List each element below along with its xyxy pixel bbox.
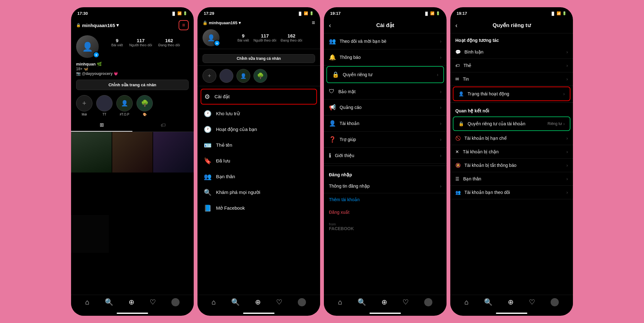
status-bar-3: 19:17 ▐▌ 📶 🔋: [324, 7, 447, 18]
chevron-help: ›: [440, 137, 441, 142]
back-button-3[interactable]: ‹: [329, 22, 331, 29]
nav-home-4[interactable]: ⌂: [464, 298, 469, 306]
edit-profile-button[interactable]: Chỉnh sửa trang cá nhân: [76, 80, 189, 90]
nav-search[interactable]: 🔍: [105, 298, 113, 306]
profile-username[interactable]: 🔒 minhquaan165 ▾: [76, 22, 119, 28]
settings-account[interactable]: 👤 Tài khoản ›: [324, 116, 447, 132]
settings-follow[interactable]: 👥 Theo dõi và mời bạn bè ›: [324, 33, 447, 49]
back-button-4[interactable]: ‹: [455, 22, 458, 29]
privacy-activity-status[interactable]: 👤 Trạng thái hoạt động ›: [453, 87, 570, 101]
nav-profile-2[interactable]: [298, 298, 306, 306]
story-top-p2[interactable]: 👤: [236, 69, 250, 83]
menu-button[interactable]: ≡: [179, 20, 189, 30]
chevron-restricted: ›: [566, 136, 568, 141]
nav-profile-4[interactable]: [551, 298, 559, 306]
menu-item-settings[interactable]: ⚙ Cài đặt: [201, 89, 317, 105]
privacy-muted[interactable]: 🔕 Tài khoản bị tắt thông báo ›: [450, 159, 573, 172]
privacy-comments[interactable]: 💬 Bình luận ›: [450, 45, 573, 59]
nav-search-3[interactable]: 🔍: [358, 298, 366, 306]
activity-status-left: 👤 Trạng thái hoạt động: [458, 91, 509, 96]
phone-1: 17:30 ▐▌ 📶 🔋 🔒 minhquaan165 ▾ ≡ 👤 +: [71, 7, 194, 316]
follow-icon: 👥: [329, 38, 336, 45]
tab-tag[interactable]: 🏷: [132, 119, 194, 132]
settings-help[interactable]: ❓ Trợ giúp ›: [324, 132, 447, 148]
privacy-tags[interactable]: 🏷 Thẻ ›: [450, 59, 573, 72]
story-tt[interactable]: TT: [96, 95, 113, 116]
nav-search-4[interactable]: 🔍: [484, 298, 492, 306]
comments-label: Bình luận: [464, 49, 483, 54]
privacy-account-privacy[interactable]: 🔒 Quyền riêng tư của tài khoản Riêng tư …: [453, 116, 570, 131]
new-story[interactable]: + Mới: [76, 95, 92, 116]
menu-item-facebook[interactable]: 📘 Mở Facebook: [197, 200, 320, 216]
story-top-label: #T.O.P: [120, 113, 130, 116]
dropdown-icon: ▾: [116, 22, 119, 28]
phone-4: 19:17 ▐▌ 📶 🔋 ‹ Quyền riêng tư Hoạt động …: [450, 7, 573, 316]
nav-heart-3[interactable]: ♡: [402, 298, 409, 306]
story-top[interactable]: 👤 #T.O.P: [116, 95, 133, 116]
nav-home-2[interactable]: ⌂: [212, 298, 216, 306]
settings-about[interactable]: ℹ Giới thiệu ›: [324, 148, 447, 164]
lock-icon: 🔒: [76, 23, 81, 27]
new-story-circle: +: [76, 95, 92, 111]
discover-label: Khám phá mọi người: [216, 190, 260, 195]
home-indicator-4: [496, 313, 527, 314]
privacy-messages[interactable]: ✉ Tin ›: [450, 72, 573, 86]
privacy-close-friends[interactable]: ☰ Bạn thân ›: [450, 172, 573, 186]
story-new-p2[interactable]: +: [203, 69, 216, 83]
profile-stats: 👤 + 9 Bài viết 117 Người theo dõi 162 Đa…: [71, 33, 194, 60]
close-friends-icon: 👥: [204, 173, 212, 180]
settings-ads[interactable]: 📢 Quảng cáo ›: [324, 99, 447, 116]
edit-btn-p2[interactable]: Chỉnh sửa trang cá nhân: [203, 54, 315, 63]
add-account-btn[interactable]: Thêm tài khoản: [324, 193, 447, 206]
privacy-blocked[interactable]: ✕ Tài khoản bị chặn ›: [450, 145, 573, 159]
hamburger-p2[interactable]: ≡: [312, 20, 315, 26]
menu-item-nametag[interactable]: 🪪 Thẻ tên: [197, 137, 320, 153]
logout-btn[interactable]: Đăng xuất: [324, 206, 447, 218]
comments-icon: 💬: [455, 49, 461, 54]
nav-heart[interactable]: ♡: [150, 298, 156, 306]
nav-heart-2[interactable]: ♡: [276, 298, 282, 306]
add-story-button[interactable]: +: [93, 52, 99, 58]
username-label: minhquaan165: [82, 23, 115, 28]
settings-security[interactable]: 🛡 Bảo mật ›: [324, 84, 447, 99]
nav-add-2[interactable]: ⊕: [255, 298, 261, 306]
privacy-restricted[interactable]: 🚫 Tài khoản bị hạn chế ›: [450, 132, 573, 145]
nav-add-3[interactable]: ⊕: [381, 298, 387, 306]
account-privacy-label: Quyền riêng tư của tài khoản: [468, 121, 525, 126]
privacy-following-accounts[interactable]: 👥 Tài khoản bạn theo dõi ›: [450, 186, 573, 199]
photo-4[interactable]: [71, 215, 109, 253]
following-label: Đang theo dõi: [158, 43, 180, 47]
story-art-circle-p2: 🌳: [253, 69, 267, 83]
settings-notify[interactable]: 🔔 Thông báo ›: [324, 49, 447, 65]
nav-add[interactable]: ⊕: [129, 298, 134, 306]
nav-search-2[interactable]: 🔍: [231, 298, 240, 306]
nav-heart-4[interactable]: ♡: [529, 298, 535, 306]
posts-count: 9: [116, 38, 118, 43]
menu-item-close-friends[interactable]: 👥 Bạn thân: [197, 169, 320, 184]
tab-grid[interactable]: ⊞: [71, 119, 132, 132]
story-art-p2[interactable]: 🌳: [253, 69, 267, 83]
battery-icon-3: 🔋: [436, 11, 440, 15]
nav-home[interactable]: ⌂: [85, 298, 89, 306]
menu-item-activity[interactable]: 🕐 Hoạt động của bạn: [197, 122, 320, 137]
settings-title: Cài đặt: [376, 22, 394, 29]
story-tt-p2[interactable]: [219, 69, 233, 83]
menu-item-archive[interactable]: 🕐 Kho lưu trữ: [197, 106, 320, 122]
nav-add-4[interactable]: ⊕: [508, 298, 514, 306]
story-art[interactable]: 🌳 🎨: [136, 95, 153, 116]
nav-profile[interactable]: [171, 298, 180, 306]
nav-home-3[interactable]: ⌂: [338, 298, 342, 306]
photo-2[interactable]: [112, 132, 153, 173]
login-info-label: Thông tin đăng nhập: [329, 184, 370, 189]
settings-login-info[interactable]: Thông tin đăng nhập ›: [324, 179, 447, 193]
facebook-label: Mở Facebook: [216, 205, 245, 211]
photo-1[interactable]: [71, 132, 112, 173]
menu-item-discover[interactable]: 🔍 Khám phá mọi người: [197, 184, 320, 200]
add-btn-p2[interactable]: +: [214, 40, 220, 46]
photo-3[interactable]: [153, 132, 194, 173]
menu-item-saved[interactable]: 🔖 Đã lưu: [197, 153, 320, 169]
nav-profile-3[interactable]: [424, 298, 432, 306]
settings-about-left: ℹ Giới thiệu: [329, 152, 354, 159]
bottom-nav-1: ⌂ 🔍 ⊕ ♡: [71, 295, 194, 313]
settings-privacy[interactable]: 🔒 Quyền riêng tư ›: [326, 66, 444, 83]
